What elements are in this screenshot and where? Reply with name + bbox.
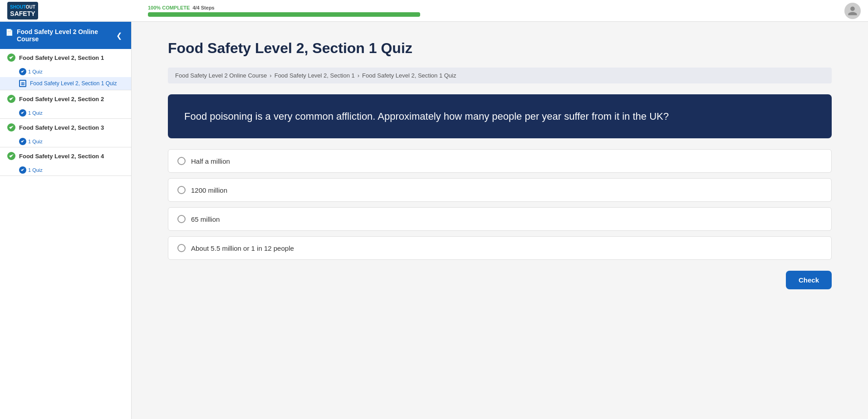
answer-label-1: Half a million (191, 157, 230, 165)
breadcrumb-item-3: Food Safety Level 2, Section 1 Quiz (362, 72, 456, 79)
answer-label-4: About 5.5 million or 1 in 12 people (191, 244, 294, 252)
answer-label-2: 1200 million (191, 186, 227, 194)
radio-button-3[interactable] (177, 215, 186, 223)
radio-button-1[interactable] (177, 157, 186, 165)
checkmark-icon (9, 125, 14, 130)
sidebar-section-2-title[interactable]: Food Safety Level 2, Section 2 (0, 90, 131, 107)
breadcrumb-separator-1: › (270, 72, 271, 79)
checkmark-icon (9, 55, 14, 60)
check-small-icon (20, 168, 25, 172)
section-3-check (7, 123, 15, 132)
checkmark-icon (9, 96, 14, 102)
progress-area: 100% COMPLETE 4/4 Steps (139, 5, 844, 17)
main-layout: 📄 Food Safety Level 2 Online Course ❮ Fo… (0, 22, 868, 419)
section-4-check (7, 152, 15, 160)
breadcrumb-item-1[interactable]: Food Safety Level 2 Online Course (175, 72, 267, 79)
breadcrumb-separator-2: › (358, 72, 359, 79)
sidebar-header-title: 📄 Food Safety Level 2 Online Course (5, 28, 114, 43)
sidebar-section-3-title[interactable]: Food Safety Level 2, Section 3 (0, 119, 131, 136)
logo: SHOUTOUT SAFETY (7, 2, 38, 19)
sidebar-collapse-button[interactable]: ❮ (114, 30, 124, 41)
check-small-icon (20, 111, 25, 115)
check-button[interactable]: Check (786, 271, 832, 289)
answer-options: Half a million1200 million65 millionAbou… (168, 149, 832, 260)
sidebar-section-1: Food Safety Level 2, Section 1 1 Quiz ▦ … (0, 49, 131, 90)
answer-option-2[interactable]: 1200 million (168, 178, 832, 202)
answer-option-4[interactable]: About 5.5 million or 1 in 12 people (168, 236, 832, 260)
sidebar-section-1-quiz-badge[interactable]: 1 Quiz (0, 66, 131, 77)
sidebar-section-4-quiz-badge[interactable]: 1 Quiz (0, 165, 131, 175)
check-small-icon (20, 139, 25, 144)
sidebar-section-3: Food Safety Level 2, Section 3 1 Quiz (0, 119, 131, 147)
question-text: Food poisoning is a very common afflicti… (184, 111, 669, 122)
top-bar: SHOUTOUT SAFETY 100% COMPLETE 4/4 Steps (0, 0, 868, 22)
sidebar-quiz-item-section1[interactable]: ▦ Food Safety Level 2, Section 1 Quiz (0, 77, 131, 90)
answer-option-3[interactable]: 65 million (168, 207, 832, 231)
sidebar-section-3-quiz-badge[interactable]: 1 Quiz (0, 136, 131, 147)
breadcrumb: Food Safety Level 2 Online Course › Food… (168, 68, 832, 83)
sidebar-section-2-quiz-badge[interactable]: 1 Quiz (0, 107, 131, 118)
breadcrumb-item-2[interactable]: Food Safety Level 2, Section 1 (275, 72, 355, 79)
checkmark-icon (9, 153, 14, 159)
user-icon (847, 5, 858, 16)
progress-steps-text: 4/4 Steps (191, 5, 214, 10)
quiz-item-icon: ▦ (19, 80, 26, 87)
question-box: Food poisoning is a very common afflicti… (168, 94, 832, 138)
sidebar-header: 📄 Food Safety Level 2 Online Course ❮ (0, 22, 131, 49)
quiz-badge-icon (19, 109, 26, 117)
user-avatar[interactable] (844, 3, 861, 19)
quiz-badge-icon (19, 68, 26, 75)
radio-button-4[interactable] (177, 244, 186, 252)
answer-option-1[interactable]: Half a million (168, 149, 832, 173)
page-title: Food Safety Level 2, Section 1 Quiz (168, 40, 832, 57)
progress-label: 100% COMPLETE 4/4 Steps (148, 5, 835, 10)
section-2-check (7, 95, 15, 103)
quiz-badge-icon (19, 166, 26, 174)
section-1-check (7, 54, 15, 62)
sidebar-section-2: Food Safety Level 2, Section 2 1 Quiz (0, 90, 131, 119)
check-small-icon (20, 69, 25, 74)
check-button-area: Check (168, 265, 832, 289)
content-area: Food Safety Level 2, Section 1 Quiz Food… (132, 22, 868, 419)
logo-area: SHOUTOUT SAFETY (7, 2, 139, 19)
progress-complete-text: 100% COMPLETE (148, 5, 190, 10)
sidebar-section-4: Food Safety Level 2, Section 4 1 Quiz (0, 147, 131, 176)
progress-bar-background (148, 12, 420, 17)
progress-bar-fill (148, 12, 420, 17)
document-icon: 📄 (5, 29, 13, 36)
sidebar-section-1-title[interactable]: Food Safety Level 2, Section 1 (0, 49, 131, 66)
sidebar: 📄 Food Safety Level 2 Online Course ❮ Fo… (0, 22, 132, 419)
radio-button-2[interactable] (177, 186, 186, 194)
answer-label-3: 65 million (191, 215, 220, 223)
sidebar-section-4-title[interactable]: Food Safety Level 2, Section 4 (0, 147, 131, 165)
quiz-badge-icon (19, 138, 26, 145)
